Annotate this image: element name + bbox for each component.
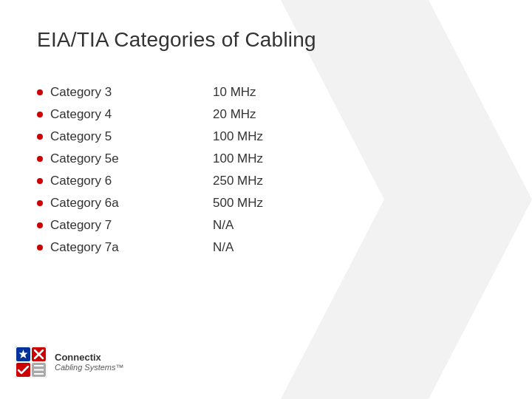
bullet-icon [37, 245, 43, 250]
bullet-icon [37, 112, 43, 117]
category-frequency: 10 MHz [213, 85, 256, 100]
company-name: Connectix [55, 352, 124, 364]
category-row: Category 6250 MHz [37, 170, 263, 192]
svg-marker-1 [281, 0, 443, 399]
company-logo-icon [15, 346, 47, 378]
company-name-text: Connectix Cabling Systems™ [55, 352, 124, 373]
category-row: Category 6a500 MHz [37, 192, 263, 214]
category-name: Category 6a [50, 196, 168, 211]
category-row: Category 7aN/A [37, 236, 263, 259]
bullet-icon [37, 156, 43, 162]
bullet-icon [37, 200, 43, 206]
page-title: EIA/TIA Categories of Cabling [37, 28, 316, 52]
category-name: Category 7 [50, 218, 168, 233]
bullet-icon [37, 89, 43, 95]
category-name: Category 5e [50, 151, 168, 166]
category-row: Category 420 MHz [37, 103, 263, 126]
category-name: Category 7a [50, 240, 168, 255]
svg-marker-0 [325, 0, 532, 399]
category-row: Category 7N/A [37, 214, 263, 236]
bullet-icon [37, 178, 43, 184]
category-frequency: 500 MHz [213, 196, 263, 211]
category-frequency: 100 MHz [213, 129, 263, 144]
category-frequency: 250 MHz [213, 174, 263, 188]
category-list: Category 310 MHzCategory 420 MHzCategory… [37, 81, 263, 259]
category-name: Category 4 [50, 107, 168, 122]
logo-area: Connectix Cabling Systems™ [15, 346, 124, 378]
bullet-icon [37, 134, 43, 140]
background-watermark [281, 0, 532, 399]
category-name: Category 3 [50, 85, 168, 100]
category-frequency: N/A [213, 240, 233, 255]
category-frequency: 100 MHz [213, 151, 263, 166]
category-name: Category 5 [50, 129, 168, 144]
category-row: Category 5100 MHz [37, 126, 263, 148]
category-row: Category 310 MHz [37, 81, 263, 103]
category-frequency: N/A [213, 218, 233, 233]
category-row: Category 5e100 MHz [37, 148, 263, 170]
category-frequency: 20 MHz [213, 107, 256, 122]
bullet-icon [37, 222, 43, 228]
category-name: Category 6 [50, 174, 168, 188]
company-sub: Cabling Systems™ [55, 363, 124, 372]
